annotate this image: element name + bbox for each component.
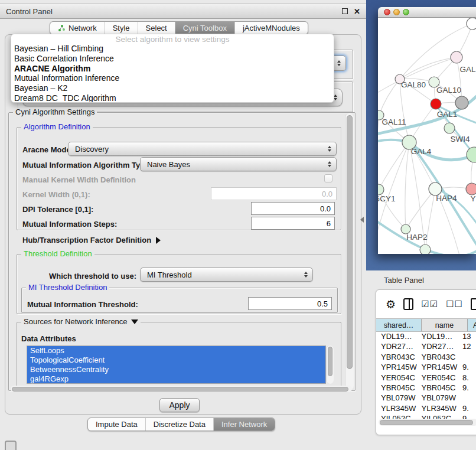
network-edge <box>379 79 400 115</box>
control-panel-title: Control Panel <box>6 7 53 16</box>
attribute-item[interactable]: TopologicalCoefficient <box>27 356 325 365</box>
select-all-checkboxes-icon[interactable]: ☑☑ <box>421 299 438 309</box>
table-card: ⚙ ☑☑ ☐☐ shared…nameA… YDL19…YDL19…13YDR2… <box>376 289 476 435</box>
dpi-tolerance-field[interactable]: 0.0 <box>251 202 335 215</box>
minimize-traffic-light-icon[interactable] <box>393 9 400 15</box>
data-attributes-label: Data Attributes <box>21 334 76 343</box>
apply-button[interactable]: Apply <box>159 398 200 412</box>
manual-kernel-width-label: Manual Kernel Width Definition <box>22 175 136 184</box>
algorithm-combo-prompt[interactable]: Select algorithm to view settings <box>11 35 334 44</box>
tab-network[interactable]: Network <box>50 22 105 34</box>
mi-steps-field[interactable]: 6 <box>251 217 335 230</box>
hub-definition-expander[interactable]: Hub/Transcription Factor Definition <box>22 236 161 244</box>
network-canvas[interactable]: GALGAL80GAL10GAL1GAL11SWI4GAL4GCY1HAP4YH… <box>378 18 476 254</box>
network-node[interactable] <box>467 18 476 30</box>
kernel-width-label: Kernel Width (0,1): <box>22 190 90 199</box>
network-node-Y[interactable] <box>466 183 476 195</box>
tab-style[interactable]: Style <box>105 22 138 34</box>
which-threshold-combo[interactable]: MI Threshold <box>140 268 313 282</box>
network-node[interactable] <box>467 147 476 162</box>
settings-scrollbar[interactable] <box>345 113 354 390</box>
table-row[interactable]: YDR27…YDR27…12 <box>376 342 476 352</box>
attributes-scrollbar-thumb[interactable] <box>328 347 332 376</box>
combo-stepper-icon[interactable] <box>328 146 331 152</box>
bottom-tabs: Impute DataDiscretize DataInfer Network <box>87 418 275 431</box>
document-icon[interactable] <box>471 298 476 310</box>
table-cell: YPR145W <box>376 363 417 373</box>
algorithm-option[interactable]: Bayesian – K2 <box>11 83 334 93</box>
network-edge <box>457 57 462 103</box>
network-node-label: GCY1 <box>378 194 395 203</box>
tab-label: Network <box>69 24 97 32</box>
expander-arrow-icon[interactable] <box>156 237 161 244</box>
tab-infer-network[interactable]: Infer Network <box>214 418 275 431</box>
close-traffic-light-icon[interactable] <box>384 9 390 15</box>
attribute-item[interactable]: gal4RGexp <box>27 374 325 384</box>
tab-impute-data[interactable]: Impute Data <box>88 418 146 431</box>
deselect-all-checkboxes-icon[interactable]: ☐☐ <box>446 299 463 309</box>
table-cell: YBR043C <box>376 353 417 363</box>
aracne-mode-combo[interactable]: Discovery <box>68 142 337 156</box>
table-cell: YER054C <box>376 373 417 383</box>
split-columns-icon[interactable] <box>403 298 413 310</box>
column-header[interactable]: name <box>422 319 468 331</box>
table-row[interactable]: YDL19…YDL19…13 <box>376 332 476 342</box>
tab-discretize-data[interactable]: Discretize Data <box>146 418 214 431</box>
panel-splitter-arrow-icon[interactable] <box>360 217 364 223</box>
table-row[interactable]: YER054CYER054C8. <box>376 373 476 383</box>
settings-scrollbar-thumb[interactable] <box>347 115 353 369</box>
float-window-icon[interactable] <box>342 8 348 14</box>
column-header[interactable]: A… <box>468 319 476 331</box>
attribute-item[interactable]: BetweennessCentrality <box>27 365 325 374</box>
tab-select[interactable]: Select <box>138 22 175 34</box>
zoom-traffic-light-icon[interactable] <box>403 9 409 15</box>
network-node[interactable] <box>455 96 468 109</box>
table-cell: YBL079W <box>417 393 458 403</box>
gear-icon[interactable]: ⚙ <box>386 298 396 311</box>
attributes-scrollbar[interactable] <box>326 345 334 384</box>
network-graph[interactable]: GALGAL80GAL10GAL1GAL11SWI4GAL4GCY1HAP4YH… <box>378 18 476 254</box>
table-row[interactable]: YBL079WYBL079W <box>376 393 476 403</box>
table-row[interactable]: YBR043CYBR043C <box>376 353 476 363</box>
network-node-label: GAL <box>459 65 476 74</box>
table-row[interactable]: YLR345WYLR345W9. <box>376 404 476 414</box>
manual-kernel-width-checkbox[interactable] <box>324 174 332 182</box>
attribute-item[interactable]: SelfLoops <box>27 346 325 356</box>
mi-algorithm-type-combo[interactable]: Naive Bayes <box>140 157 337 171</box>
close-icon[interactable]: ✕ <box>354 7 360 16</box>
bottom-corner-icon[interactable] <box>5 441 17 450</box>
table-row[interactable]: YPR145WYPR145W9. <box>376 363 476 373</box>
tab-jactivemnodules[interactable]: jActiveMNodules <box>235 22 308 34</box>
algorithm-option[interactable]: Mutual Information Inference <box>11 73 334 83</box>
table-hscrollbar[interactable] <box>379 419 476 426</box>
column-header[interactable]: shared… <box>376 319 422 331</box>
combo-stepper-icon[interactable] <box>304 272 308 278</box>
network-node[interactable] <box>420 244 431 254</box>
network-node-GAL1[interactable] <box>431 99 441 109</box>
network-window-titlebar[interactable] <box>378 7 476 18</box>
table-cell: 9. <box>458 363 476 373</box>
table-cell: YBR045C <box>376 383 417 393</box>
network-node-GAL[interactable] <box>451 51 462 63</box>
table-row[interactable]: YBR045CYBR045C9. <box>376 383 476 393</box>
network-node-SWI4[interactable] <box>444 123 455 133</box>
settings-hscrollbar[interactable] <box>11 386 352 392</box>
mi-threshold-label: Mutual Information Threshold: <box>27 300 138 309</box>
network-node-GCY1[interactable] <box>378 184 384 195</box>
which-threshold-value: MI Threshold <box>147 270 192 279</box>
algorithm-option[interactable]: Bayesian – Hill Climbing <box>11 44 334 54</box>
collapse-arrow-icon[interactable] <box>131 319 138 324</box>
algorithm-option[interactable]: ARACNE Algorithm <box>11 64 334 74</box>
settings-hscrollbar-thumb[interactable] <box>12 387 348 392</box>
algorithm-option[interactable]: Basic Correlation Inference <box>11 54 334 64</box>
table-cell: 9. <box>458 404 476 414</box>
kernel-width-field[interactable]: 0.0 <box>211 187 337 200</box>
algorithm-option[interactable]: Dream8 DC_TDC Algorithm <box>11 93 334 103</box>
table-hscrollbar-thumb[interactable] <box>380 420 473 425</box>
tab-label: Select <box>146 24 167 32</box>
combo-stepper-icon[interactable] <box>328 161 331 168</box>
tab-cyni-toolbox[interactable]: Cyni Toolbox <box>175 22 235 34</box>
mi-threshold-field[interactable]: 0.5 <box>248 297 332 310</box>
data-attributes-list[interactable]: SelfLoopsTopologicalCoefficientBetweenne… <box>27 345 326 384</box>
combo-stepper-icon[interactable] <box>337 60 341 67</box>
